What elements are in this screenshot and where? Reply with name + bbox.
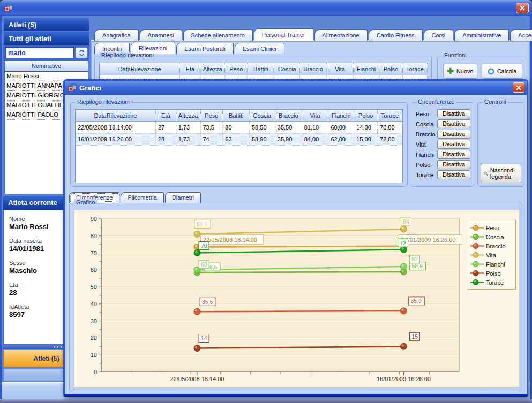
column-header[interactable]: Coscia — [249, 110, 275, 121]
series-label: Vita — [416, 141, 426, 148]
legend-marker-icon — [470, 252, 484, 258]
column-header[interactable]: Battiti — [223, 110, 250, 121]
svg-text:70: 70 — [201, 242, 207, 249]
tab-plicometria[interactable]: Plicometria — [121, 192, 163, 203]
legend-label: Peso — [486, 225, 499, 231]
svg-text:60: 60 — [91, 267, 97, 273]
svg-text:10: 10 — [91, 352, 97, 358]
group-grafico: Grafico 010203040506070809022/05/2008 18… — [69, 203, 522, 391]
legend-marker-icon — [470, 261, 484, 268]
svg-text:50: 50 — [91, 284, 97, 290]
tab-anagrafica[interactable]: Anagrafica — [94, 29, 139, 41]
disattiva-coscia-button[interactable]: Disattiva — [437, 119, 470, 128]
refresh-button[interactable] — [75, 47, 88, 58]
table-cell: 63 — [223, 133, 250, 145]
list-column-header[interactable]: Nominativo — [5, 61, 88, 72]
svg-text:14: 14 — [201, 335, 207, 341]
calcola-button[interactable]: Calcola — [482, 64, 522, 79]
svg-text:81,1: 81,1 — [197, 221, 208, 227]
table-cell: 27 — [155, 121, 176, 133]
column-header[interactable]: Età — [155, 110, 176, 121]
disattiva-braccio-button[interactable]: Disattiva — [437, 130, 470, 139]
tab-corsi[interactable]: Corsi — [424, 29, 454, 41]
group-circonferenze: Circonferenze PesoDisattivaCosciaDisatti… — [411, 102, 474, 187]
legend-entry-fianchi: Fianchi — [470, 260, 513, 269]
tab-personal-trainer[interactable]: Personal Trainer — [254, 28, 313, 41]
column-header[interactable]: Altezza — [176, 110, 200, 121]
column-header[interactable]: Vita — [327, 63, 354, 75]
sidebar-title-tutti-gli-atleti[interactable]: Tutti gli atleti — [3, 32, 89, 45]
tab-accessi[interactable]: Accessi — [510, 29, 532, 41]
group-label: Grafico — [74, 199, 97, 206]
calcola-label: Calcola — [497, 68, 517, 74]
column-header[interactable]: Coscia — [274, 63, 300, 75]
disattiva-torace-button[interactable]: Disattiva — [437, 170, 470, 179]
table-cell: 14,00 — [354, 121, 378, 133]
tab-alimentazione[interactable]: Alimentazione — [314, 29, 368, 41]
legend-entry-polso: Polso — [470, 269, 513, 278]
legend-marker-icon — [470, 279, 484, 286]
column-header[interactable]: Età — [180, 63, 200, 75]
column-header[interactable]: DataRilevazione — [76, 110, 155, 121]
window-border-left — [0, 16, 2, 399]
svg-text:70: 70 — [91, 250, 97, 256]
column-header[interactable]: Polso — [354, 110, 378, 121]
toggle-row-fianchi: FianchiDisattiva — [411, 150, 474, 160]
tab-anamnesi[interactable]: Anamnesi — [140, 29, 182, 41]
svg-text:30: 30 — [91, 318, 97, 324]
table-cell: 81,10 — [302, 121, 328, 133]
column-header[interactable]: Torace — [402, 63, 427, 75]
column-header[interactable]: Altezza — [200, 63, 225, 75]
chart-panel: 010203040506070809022/05/2008 18.14.0016… — [74, 210, 519, 386]
column-header[interactable]: Braccio — [300, 63, 327, 75]
table-cell: 35,90 — [275, 133, 302, 145]
toggle-row-braccio: BraccioDisattiva — [411, 130, 474, 140]
close-icon — [520, 5, 525, 11]
tab-diametri[interactable]: Diametri — [165, 192, 201, 203]
table-header-row: DataRilevazioneEtàAltezzaPesoBattitiCosc… — [100, 63, 428, 75]
disattiva-peso-button[interactable]: Disattiva — [437, 109, 470, 118]
legend-label: Polso — [486, 270, 501, 277]
dialog-close-button[interactable] — [513, 82, 524, 93]
legend-label: Torace — [486, 279, 504, 286]
legend-label: Vita — [486, 252, 496, 258]
series-label: Fianchi — [416, 151, 434, 158]
tab-esami-clinici[interactable]: Esami Clinici — [235, 43, 284, 54]
column-header[interactable]: Peso — [225, 63, 248, 75]
sidebar-title-atleti[interactable]: Atleti (5) — [3, 18, 89, 32]
tab-schede-allenamento[interactable]: Schede allenamento — [183, 29, 253, 41]
table-row[interactable]: 22/05/2008 18.14.00271,7373,58058,5035,5… — [76, 121, 402, 133]
column-header[interactable]: Torace — [378, 110, 402, 121]
legend-entry-torace: Torace — [470, 278, 513, 287]
column-header[interactable]: Braccio — [275, 110, 302, 121]
column-header[interactable]: Battiti — [248, 63, 274, 75]
column-header[interactable]: Vita — [302, 110, 328, 121]
svg-text:20: 20 — [91, 334, 97, 341]
measurements-table: DataRilevazioneEtàAltezzaPesoBattitiCosc… — [75, 109, 403, 183]
disattiva-polso-button[interactable]: Disattiva — [437, 160, 470, 169]
series-label: Peso — [416, 111, 429, 117]
table-cell: 74 — [200, 133, 223, 145]
column-header[interactable]: Polso — [379, 63, 403, 75]
column-header[interactable]: DataRilevazione — [100, 63, 180, 75]
nuovo-button[interactable]: ✚ Nuovo — [443, 64, 477, 79]
close-button[interactable] — [516, 3, 529, 13]
tab-esami-posturali[interactable]: Esami Posturali — [176, 43, 233, 54]
svg-text:35,9: 35,9 — [410, 298, 422, 304]
nascondi-legenda-button[interactable]: Nascondi legenda — [481, 164, 521, 183]
table-row[interactable]: 16/01/2009 16.26.00281,73746358,9035,908… — [76, 133, 402, 145]
column-header[interactable]: Peso — [200, 110, 223, 121]
search-input[interactable] — [5, 47, 74, 58]
legend-marker-icon — [470, 242, 484, 249]
magnifier-icon — [483, 170, 489, 178]
column-header[interactable]: Fianchi — [354, 63, 379, 75]
tab-rilevazioni[interactable]: Rilevazioni — [131, 42, 175, 54]
table-cell: 28 — [155, 133, 176, 145]
legend-entry-vita: Vita — [470, 250, 513, 260]
group-label: Controlli — [482, 98, 508, 105]
tab-amministrative[interactable]: Amministrative — [454, 29, 509, 41]
disattiva-vita-button[interactable]: Disattiva — [437, 140, 470, 149]
tab-cardio-fitness[interactable]: Cardio Fitness — [369, 29, 423, 41]
disattiva-fianchi-button[interactable]: Disattiva — [437, 150, 470, 159]
column-header[interactable]: Fianchi — [328, 110, 354, 121]
